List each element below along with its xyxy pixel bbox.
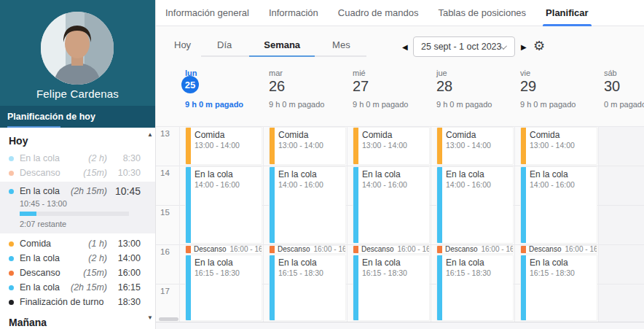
event-en-la-cola[interactable]: En la cola16:15 - 18:30: [436, 255, 514, 321]
event-title: En la cola: [195, 169, 262, 179]
event-en-la-cola[interactable]: En la cola14:00 - 16:00: [520, 166, 597, 244]
event-en-la-cola[interactable]: En la cola16:15 - 18:30: [269, 255, 346, 321]
blue-status-dot: [9, 256, 14, 261]
schedule-item-time: 13:00: [114, 239, 141, 249]
event-comida[interactable]: Comida13:00 - 14:00: [185, 127, 262, 166]
schedule-item-finalizacion-de-turno[interactable]: Finalización de turno18:30: [9, 295, 141, 309]
event-title: En la cola: [278, 169, 345, 179]
event-time: 14:00 - 16:00: [446, 180, 513, 189]
event-title: Descanso: [445, 245, 477, 253]
blue-status-dot: [9, 285, 14, 290]
blue-event-bar: [437, 167, 442, 244]
event-descanso[interactable]: Descanso16:00 - 16:15: [185, 245, 262, 254]
event-time: 16:00 - 16:15: [565, 245, 597, 253]
event-title: Comida: [530, 130, 597, 140]
schedule-item-name: En la cola: [20, 282, 71, 293]
schedule-item-comida[interactable]: Comida(1 h)13:00: [9, 236, 141, 251]
event-title: En la cola: [446, 258, 513, 268]
schedule-item-time: 16:15: [114, 282, 141, 293]
schedule-item-en-la-cola[interactable]: En la cola(2h 15m)10:45: [9, 184, 141, 198]
week-grid: 1314151617Comida13:00 - 14:00En la cola1…: [156, 0, 644, 322]
day-column-line: [514, 126, 515, 322]
sidebar-section-header[interactable]: Planificación de hoy: [0, 106, 155, 128]
amber-event-bar: [186, 128, 191, 165]
event-time: 14:00 - 16:00: [530, 180, 597, 189]
active-schedule-item[interactable]: En la cola(2h 15m)10:4510:45 - 13:002:07…: [0, 182, 155, 233]
orange-event-bar: [521, 246, 526, 253]
schedule-item-time: 18:30: [114, 297, 141, 307]
event-descanso[interactable]: Descanso16:00 - 16:15: [269, 245, 346, 254]
schedule-item-name: En la cola: [20, 253, 88, 263]
schedule-item-en-la-cola[interactable]: En la cola(2 h)14:00: [9, 251, 141, 266]
event-en-la-cola[interactable]: En la cola16:15 - 18:30: [353, 255, 430, 321]
event-en-la-cola[interactable]: En la cola16:15 - 18:30: [185, 255, 262, 321]
schedule-item-time: 16:00: [114, 268, 141, 278]
event-time: 16:00 - 16:15: [229, 245, 262, 253]
event-en-la-cola[interactable]: En la cola14:00 - 16:00: [269, 166, 346, 244]
schedule-item-name: Finalización de turno: [20, 297, 114, 307]
schedule-item-name: Descanso: [20, 168, 83, 178]
event-title: Descanso: [278, 245, 310, 253]
event-en-la-cola[interactable]: En la cola14:00 - 16:00: [436, 166, 514, 244]
agent-sidebar: Felipe Cardenas Planificación de hoy Hoy…: [0, 0, 155, 329]
orange-event-bar: [353, 246, 358, 253]
amber-status-dot: [9, 241, 14, 247]
event-en-la-cola[interactable]: En la cola16:15 - 18:30: [520, 255, 597, 321]
horizontal-scrollbar-thumb[interactable]: [159, 317, 178, 321]
orange-event-bar: [437, 246, 442, 253]
event-descanso[interactable]: Descanso16:00 - 16:15: [436, 245, 514, 254]
schedule-item-en-la-cola[interactable]: En la cola(2 h)8:30: [9, 151, 141, 166]
blue-event-bar: [521, 255, 526, 320]
event-title: Descanso: [194, 245, 226, 253]
event-descanso[interactable]: Descanso16:00 - 16:15: [520, 245, 597, 254]
event-en-la-cola[interactable]: En la cola14:00 - 16:00: [185, 166, 262, 244]
event-time: 13:00 - 14:00: [530, 141, 597, 150]
event-time: 16:15 - 18:30: [362, 268, 429, 277]
schedule-item-duration: (15m): [83, 268, 107, 278]
today-section-header: Hoy: [9, 135, 141, 147]
avatar: [41, 12, 114, 85]
active-item-remaining: 2:07 restante: [20, 220, 141, 228]
day-column-line: [431, 126, 431, 322]
app-window: Felipe Cardenas Planificación de hoy Hoy…: [0, 0, 644, 329]
event-comida[interactable]: Comida13:00 - 14:00: [436, 127, 514, 166]
amber-event-bar: [270, 128, 275, 165]
event-time: 16:00 - 16:15: [397, 245, 430, 253]
event-time: 16:15 - 18:30: [278, 268, 345, 277]
event-en-la-cola[interactable]: En la cola14:00 - 16:00: [353, 166, 430, 244]
event-title: En la cola: [362, 169, 429, 179]
event-comida[interactable]: Comida13:00 - 14:00: [269, 127, 346, 166]
event-time: 13:00 - 14:00: [362, 141, 429, 150]
scroll-up-icon[interactable]: ▲: [147, 131, 153, 138]
hour-label: 14: [160, 169, 170, 177]
schedule-item-name: En la cola: [20, 153, 88, 163]
event-comida[interactable]: Comida13:00 - 14:00: [520, 127, 597, 166]
hour-label: 17: [160, 287, 170, 295]
event-descanso[interactable]: Descanso16:00 - 16:15: [353, 245, 430, 254]
day-column-line: [179, 126, 180, 322]
event-title: En la cola: [446, 169, 513, 179]
orange-status-dot: [9, 271, 14, 276]
event-time: 14:00 - 16:00: [362, 180, 429, 189]
active-item-range: 10:45 - 13:00: [20, 199, 141, 208]
schedule-item-duration: (1 h): [88, 239, 107, 249]
sidebar-section-title: Planificación de hoy: [7, 112, 95, 122]
schedule-item-descanso[interactable]: Descanso(15m)10:30: [9, 166, 141, 180]
blue-event-bar: [353, 167, 358, 244]
orange-event-bar: [270, 246, 275, 253]
hour-label: 13: [160, 129, 170, 138]
horizontal-scrollbar-track: [156, 322, 644, 329]
blue-event-bar: [270, 255, 275, 320]
schedule-item-duration: (2h 15m): [71, 186, 107, 196]
scroll-down-icon[interactable]: ▼: [147, 314, 153, 325]
event-time: 14:00 - 16:00: [195, 180, 262, 189]
today-schedule-list: HoyEn la cola(2 h)8:30Descanso(15m)10:30…: [0, 128, 155, 329]
schedule-item-en-la-cola[interactable]: En la cola(2h 15m)16:15: [9, 280, 141, 295]
event-time: 16:00 - 16:15: [313, 245, 346, 253]
schedule-item-name: En la cola: [20, 186, 71, 196]
tomorrow-section-header: Mañana: [9, 317, 141, 328]
day-column-line: [347, 126, 347, 322]
event-comida[interactable]: Comida13:00 - 14:00: [353, 127, 430, 166]
schedule-item-descanso[interactable]: Descanso(15m)16:00: [9, 266, 141, 280]
schedule-item-time: 10:30: [114, 168, 141, 178]
